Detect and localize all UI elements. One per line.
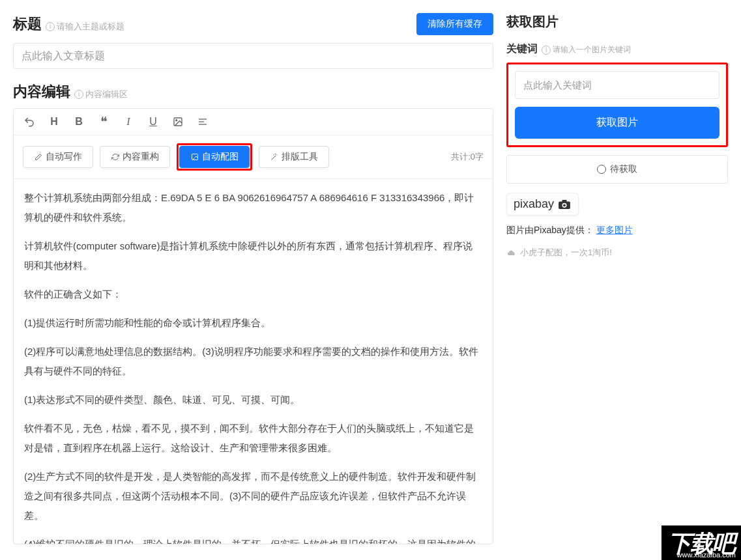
content-paragraph: 软件的正确含义如下： <box>24 285 482 304</box>
wand-icon <box>270 152 279 161</box>
title-section-header: 标题 i 请输入主题或标题 清除所有缓存 <box>13 13 493 35</box>
content-edit-hint: i 内容编辑区 <box>74 89 128 100</box>
underline-button[interactable]: U <box>147 115 160 128</box>
svg-rect-7 <box>562 199 566 202</box>
clear-cache-button[interactable]: 清除所有缓存 <box>416 13 493 35</box>
format-toolbar: H B ❝ I U <box>14 109 493 135</box>
content-paragraph: (1)表达形式不同的硬件类型、颜色、味道、可见、可摸、可闻。 <box>24 390 482 410</box>
title-label: 标题 <box>13 14 42 34</box>
content-paragraph: 计算机软件(computer software)是指计算机系统中除硬件以外的所有… <box>24 236 482 275</box>
editor-box: H B ❝ I U 自动写作 <box>13 108 493 544</box>
auto-write-button[interactable]: 自动写作 <box>23 146 93 168</box>
content-paragraph: (2)程序可以满意地处理信息的数据结构。(3)说明程序功能要求和程序需要的文档的… <box>24 342 482 381</box>
article-title-input[interactable] <box>13 43 493 69</box>
refresh-icon <box>111 152 120 161</box>
content-section-header: 内容编辑 i 内容编辑区 <box>13 82 493 102</box>
circle-icon <box>597 165 606 174</box>
info-icon: i <box>46 22 55 31</box>
keyword-label: 关键词 <box>506 42 538 56</box>
svg-point-9 <box>563 204 566 206</box>
undo-icon[interactable] <box>23 115 36 128</box>
keyword-hint: i 请输入一个图片关键词 <box>542 44 631 55</box>
content-paragraph: 整个计算机系统由两部分组成：E.69DA 5 E 6 BA 9062616964… <box>24 188 482 227</box>
bold-button[interactable]: B <box>72 115 85 128</box>
content-paragraph: (4)维护不同的硬件是旧的，理论上软件是旧的，并不坏，但实际上软件也是旧的和坏的… <box>24 535 482 544</box>
get-image-title: 获取图片 <box>506 14 559 29</box>
pending-status[interactable]: 待获取 <box>506 155 728 184</box>
heading-button[interactable]: H <box>48 115 61 128</box>
actions-toolbar: 自动写作 内容重构 自动配图 <box>14 135 493 179</box>
image-credit: 图片由Pixabay提供： 更多图片 <box>506 225 728 236</box>
camera-icon <box>557 199 572 210</box>
svg-point-1 <box>176 120 177 121</box>
italic-button[interactable]: I <box>122 115 135 128</box>
content-paragraph: (1)提供运行时所需功能和性能的命令或计算机程序集合。 <box>24 313 482 333</box>
content-paragraph: (2)生产方式不同的软件是开发，是人类智能的高发挥，而不是传统意义上的硬件制造。… <box>24 467 482 525</box>
cloud-icon <box>506 249 517 257</box>
highlight-keyword-box: 获取图片 <box>506 63 728 147</box>
pixabay-logo-card: pixabay <box>506 193 579 216</box>
get-image-button[interactable]: 获取图片 <box>515 107 719 139</box>
quote-button[interactable]: ❝ <box>97 115 110 128</box>
content-paragraph: 软件看不见，无色，枯燥，看不见，摸不到，闻不到。软件大部分存在于人们的头脑或纸上… <box>24 419 482 458</box>
more-images-link[interactable]: 更多图片 <box>596 225 633 235</box>
info-icon: i <box>74 90 83 99</box>
pencil-icon <box>34 152 43 161</box>
content-editor[interactable]: 整个计算机系统由两部分组成：E.69DA 5 E 6 BA 9062616964… <box>14 179 493 544</box>
layout-tool-button[interactable]: 排版工具 <box>259 146 329 168</box>
info-icon: i <box>542 46 551 55</box>
align-icon[interactable] <box>196 115 209 128</box>
rebuild-content-button[interactable]: 内容重构 <box>100 146 170 168</box>
title-hint: i 请输入主题或标题 <box>46 21 124 33</box>
highlight-auto-image: 自动配图 <box>177 143 252 171</box>
image-icon[interactable] <box>171 115 184 128</box>
cost-note: 小虎子配图，一次1淘币! <box>506 247 728 259</box>
watermark: 下载吧 www.xiazaiba.com <box>661 525 741 560</box>
keyword-input[interactable] <box>515 71 719 99</box>
content-edit-label: 内容编辑 <box>13 82 70 102</box>
auto-image-button[interactable]: 自动配图 <box>179 146 250 168</box>
word-count: 共计:0字 <box>451 151 484 163</box>
picture-icon <box>190 152 199 161</box>
